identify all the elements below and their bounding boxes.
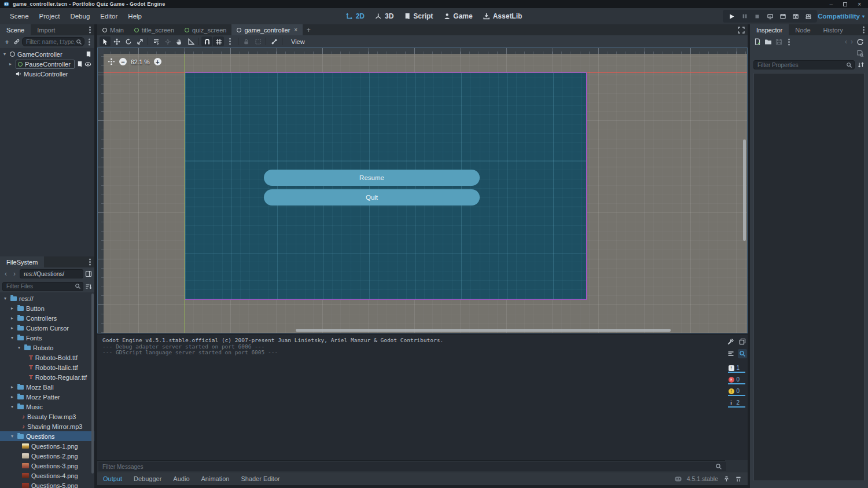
load-resource-folder-icon[interactable] — [764, 39, 772, 45]
chevron-right-icon[interactable]: ▸ — [8, 61, 13, 67]
manage-object-properties-icon[interactable] — [856, 50, 864, 57]
play-button[interactable] — [726, 11, 737, 21]
run-remote-button[interactable] — [764, 11, 775, 21]
scene-node-gamecontroller[interactable]: ▾ GameController — [0, 49, 94, 59]
close-button[interactable]: × — [858, 1, 861, 8]
property-sort-icon[interactable] — [858, 61, 865, 68]
chevron-right-icon[interactable]: ▸ — [9, 325, 15, 331]
workspace-game[interactable]: Game — [443, 12, 472, 20]
pan-mode-button[interactable] — [174, 36, 185, 46]
zoom-level[interactable]: 62.1 % — [131, 58, 150, 65]
panel-menu-icon[interactable] — [859, 24, 868, 35]
pivot-mode-button[interactable] — [162, 36, 173, 46]
info-count-toggle[interactable]: i 2 — [728, 399, 745, 408]
file-tree-item[interactable]: ▸Custom Cursor — [0, 323, 94, 333]
file-tree-item[interactable]: TRoboto-Bold.ttf — [0, 353, 94, 362]
panel-menu-icon[interactable] — [86, 24, 94, 35]
menu-help[interactable]: Help — [123, 8, 147, 24]
menu-editor[interactable]: Editor — [95, 8, 123, 24]
quit-button-node[interactable]: Quit — [264, 189, 480, 206]
tab-history[interactable]: History — [817, 24, 849, 35]
zoom-out-button[interactable]: − — [119, 58, 127, 65]
resource-menu-icon[interactable] — [786, 41, 792, 43]
resume-button-node[interactable]: Resume — [264, 170, 480, 186]
file-tree-item[interactable]: ♪Shaving Mirror.mp3 — [0, 421, 94, 431]
file-tree-item[interactable]: Questions-2.png — [0, 451, 94, 461]
expand-bottom-panel-icon[interactable] — [735, 476, 742, 482]
chevron-down-icon[interactable]: ▾ — [9, 434, 15, 439]
lock-node-button[interactable] — [241, 36, 252, 46]
tab-debugger[interactable]: Debugger — [134, 475, 161, 482]
workspace-2d[interactable]: 2D — [346, 12, 365, 20]
scene-node-pausecontroller[interactable]: ▸ PauseController — [0, 59, 94, 69]
chevron-right-icon[interactable]: ▸ — [9, 306, 15, 311]
file-tree-item[interactable]: ▾Fonts — [0, 333, 94, 343]
minimize-button[interactable]: – — [830, 1, 833, 8]
run-specific-scene-button[interactable] — [790, 11, 801, 21]
message-count-toggle[interactable]: ! 1 — [728, 364, 745, 373]
scale-mode-button[interactable] — [134, 36, 145, 46]
filesystem-scrollbar[interactable] — [91, 293, 94, 474]
renderer-selector[interactable]: Compatibility ▾ — [818, 8, 865, 24]
warning-count-toggle[interactable]: ! 0 — [728, 387, 745, 396]
attached-script-icon[interactable] — [77, 61, 83, 67]
scene-tab-title-screen[interactable]: title_screen — [129, 24, 179, 35]
smart-snap-toggle[interactable] — [201, 36, 212, 46]
error-count-toggle[interactable]: × 0 — [728, 376, 745, 384]
add-node-button[interactable]: + — [2, 38, 12, 46]
vertical-scrollbar[interactable] — [743, 140, 746, 241]
current-path-field[interactable] — [20, 269, 83, 278]
scene-node-musiccontroller[interactable]: MusicController — [0, 69, 94, 79]
chevron-down-icon[interactable]: ▾ — [2, 296, 8, 301]
group-node-button[interactable] — [252, 36, 263, 46]
file-tree-item[interactable]: TRoboto-Regular.ttf — [0, 372, 94, 382]
nav-back-icon[interactable]: ‹ — [2, 270, 9, 278]
collapse-duplicates-icon[interactable] — [726, 349, 735, 358]
menu-debug[interactable]: Debug — [65, 8, 95, 24]
scene-tab-main[interactable]: Main — [97, 24, 129, 35]
search-output-icon[interactable] — [738, 349, 747, 358]
rotate-mode-button[interactable] — [123, 36, 134, 46]
file-tree-item[interactable]: ▾Roboto — [0, 343, 94, 353]
new-scene-tab-button[interactable]: + — [303, 24, 314, 35]
save-resource-icon[interactable] — [775, 38, 782, 45]
file-tree-item[interactable]: ▾Music — [0, 402, 94, 412]
list-select-button[interactable] — [150, 36, 161, 46]
ruler-mode-button[interactable] — [185, 36, 196, 46]
file-tree-item-selected[interactable]: ▾Questions — [0, 431, 94, 441]
center-view-icon[interactable] — [108, 58, 115, 65]
scene-tab-quiz-screen[interactable]: quiz_screen — [179, 24, 231, 35]
scene-tree-menu-icon[interactable] — [86, 41, 92, 43]
history-forward-icon[interactable]: › — [851, 38, 853, 46]
file-tree-item[interactable]: Questions-5.png — [0, 480, 94, 488]
workspace-script[interactable]: Script — [404, 12, 433, 20]
close-tab-icon[interactable]: × — [294, 27, 297, 33]
chevron-right-icon[interactable]: ▸ — [9, 315, 15, 321]
tab-shader-editor[interactable]: Shader Editor — [241, 475, 279, 482]
file-tree-item[interactable]: Questions-1.png — [0, 441, 94, 451]
chevron-down-icon[interactable]: ▾ — [9, 404, 15, 409]
grid-snap-toggle[interactable] — [213, 36, 224, 46]
file-tree-item[interactable]: ▸Mozz Patter — [0, 392, 94, 402]
chevron-down-icon[interactable]: ▾ — [16, 345, 22, 350]
menu-scene[interactable]: Scene — [5, 8, 34, 24]
file-tree-item[interactable]: ▸Button — [0, 303, 94, 313]
tab-inspector[interactable]: Inspector — [750, 24, 789, 35]
chevron-down-icon[interactable]: ▾ — [9, 335, 15, 340]
maximize-button[interactable] — [843, 2, 847, 6]
split-view-icon[interactable] — [85, 270, 92, 277]
menu-project[interactable]: Project — [34, 8, 65, 24]
distraction-free-icon[interactable] — [738, 27, 745, 34]
workspace-3d[interactable]: 3D — [375, 12, 393, 20]
file-tree-item[interactable]: TRoboto-Italic.ttf — [0, 362, 94, 372]
file-tree-item[interactable]: ▾res:// — [0, 293, 94, 303]
run-current-scene-button[interactable] — [777, 11, 788, 21]
object-history-icon[interactable] — [856, 38, 864, 46]
attached-script-icon[interactable] — [86, 51, 91, 57]
stop-button[interactable] — [752, 11, 763, 21]
nav-forward-icon[interactable]: › — [11, 270, 18, 278]
scene-tab-game-controller[interactable]: game_controller × — [231, 24, 303, 35]
visibility-eye-icon[interactable] — [84, 61, 91, 67]
canvas-workspace[interactable]: Resume Quit − 62.1 % + — [104, 54, 747, 333]
file-tree-item[interactable]: Questions-4.png — [0, 471, 94, 480]
